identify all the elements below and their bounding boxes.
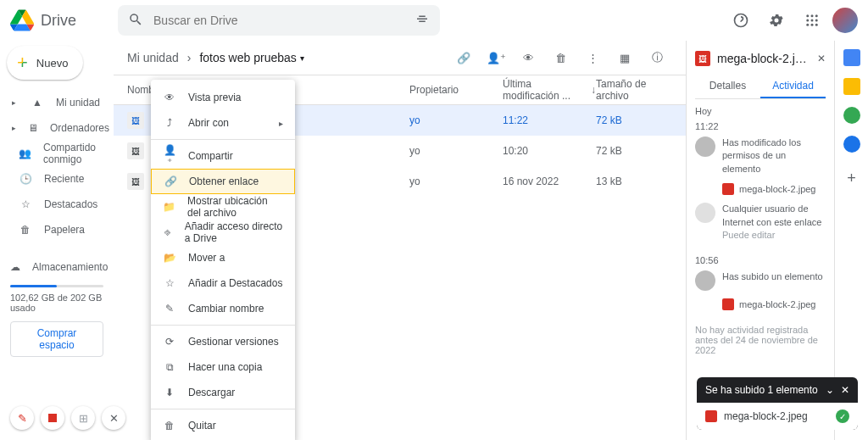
- pencil-icon: ✎: [163, 303, 176, 315]
- folder-icon: 📁: [163, 201, 175, 213]
- rec-close-icon[interactable]: ✕: [102, 406, 125, 430]
- tab-activity[interactable]: Actividad: [760, 75, 826, 98]
- tasks-addon-icon[interactable]: [843, 107, 860, 124]
- rec-grid-icon[interactable]: ⊞: [71, 406, 95, 430]
- people-icon: 👥: [19, 148, 31, 159]
- ctx-make-copy[interactable]: ⧉Hacer una copia: [151, 354, 295, 380]
- share-icon[interactable]: 👤⁺: [481, 42, 511, 73]
- activity-end: No hay actividad registrada antes del 24…: [695, 325, 826, 355]
- shortcut-icon: ⎆: [163, 226, 173, 238]
- file-thumb: 🖼: [127, 112, 144, 129]
- file-modified: 16 nov 2022: [503, 175, 596, 187]
- close-icon[interactable]: ✕: [817, 53, 826, 64]
- breadcrumb: Mi unidad › fotos web pruebas ▾: [127, 51, 304, 64]
- file-size: 72 kB: [596, 114, 672, 126]
- ctx-open-with[interactable]: ⤴Abrir con▸: [151, 110, 295, 136]
- apps-icon[interactable]: [797, 5, 827, 36]
- nav-shared[interactable]: 👥Compartido conmigo: [7, 141, 107, 166]
- settings-icon[interactable]: [761, 5, 792, 36]
- drive-logo[interactable]: Drive: [10, 8, 76, 32]
- chevron-right-icon: ›: [187, 51, 192, 64]
- link-icon[interactable]: 🔗: [448, 42, 479, 73]
- support-icon[interactable]: [726, 5, 756, 36]
- search-bar[interactable]: [118, 5, 440, 36]
- rec-draw-icon[interactable]: ✎: [10, 406, 34, 430]
- search-icon: [128, 12, 143, 30]
- toast-file: mega-block-2.jpeg: [724, 410, 808, 422]
- svg-point-6: [815, 19, 818, 22]
- ctx-rename[interactable]: ✎Cambiar nombre: [151, 296, 295, 321]
- file-modified: 10:20: [503, 145, 596, 157]
- ctx-add-shortcut[interactable]: ⎆Añadir acceso directo a Drive: [151, 220, 295, 245]
- col-owner[interactable]: Propietario: [409, 84, 503, 96]
- ctx-add-starred[interactable]: ☆Añadir a Destacados: [151, 270, 295, 296]
- file-size: 72 kB: [596, 145, 672, 157]
- svg-point-1: [806, 14, 809, 17]
- activity-extra: Cualquier usuario de Internet con este e…: [695, 198, 826, 247]
- cloud-icon: ☁: [10, 261, 20, 273]
- recording-controls: ✎ ⊞ ✕: [10, 406, 125, 430]
- activity-avatar: [695, 270, 715, 291]
- trash-icon: 🗑: [163, 420, 176, 432]
- nav-recent[interactable]: 🕒Reciente: [7, 166, 107, 192]
- activity-day: Hoy: [695, 106, 826, 116]
- svg-point-7: [806, 24, 809, 26]
- image-icon: [705, 410, 717, 422]
- calendar-addon-icon[interactable]: [843, 49, 860, 66]
- svg-point-3: [815, 14, 818, 17]
- breadcrumb-root[interactable]: Mi unidad: [127, 51, 179, 64]
- svg-point-5: [811, 19, 814, 22]
- ctx-move-to[interactable]: 📂Mover a: [151, 245, 295, 270]
- new-button-label: Nuevo: [36, 57, 69, 70]
- activity-time: 10:56: [695, 255, 826, 265]
- nav-my-drive[interactable]: ▸▲Mi unidad: [7, 90, 107, 115]
- col-modified[interactable]: Última modificación ...↓: [503, 78, 596, 102]
- ctx-show-location[interactable]: 📁Mostrar ubicación del archivo: [151, 194, 295, 220]
- activity-file[interactable]: mega-block-2.jpeg: [722, 181, 826, 198]
- contacts-addon-icon[interactable]: [843, 136, 860, 153]
- clock-icon: 🕒: [19, 173, 32, 185]
- details-toggle-icon[interactable]: ⓘ: [642, 42, 672, 73]
- keep-addon-icon[interactable]: [843, 78, 860, 95]
- buy-storage-button[interactable]: Comprar espacio: [10, 321, 103, 357]
- activity-item: Has modificado los permisos de un elemen…: [695, 131, 826, 181]
- ctx-download[interactable]: ⬇Descargar: [151, 380, 295, 405]
- more-icon[interactable]: ⋮: [577, 42, 608, 73]
- ctx-share[interactable]: 👤⁺Compartir: [151, 143, 295, 169]
- file-size: 13 kB: [596, 175, 672, 187]
- chevron-right-icon: ▸: [279, 119, 283, 128]
- file-thumb: 🖼: [127, 173, 144, 190]
- star-icon: ☆: [19, 198, 32, 210]
- delete-icon[interactable]: 🗑: [545, 42, 576, 73]
- nav-computers[interactable]: ▸🖥Ordenadores: [7, 115, 107, 141]
- activity-time: 11:22: [695, 121, 826, 131]
- activity-file[interactable]: mega-block-2.jpeg: [722, 296, 826, 313]
- details-title: mega-block-2.jpeg: [717, 52, 810, 65]
- person-add-icon: 👤⁺: [163, 144, 176, 168]
- tab-details[interactable]: Detalles: [695, 75, 760, 98]
- file-owner: yo: [409, 175, 503, 187]
- search-options-icon[interactable]: [415, 12, 430, 30]
- ctx-remove[interactable]: 🗑Quitar: [151, 413, 295, 438]
- header: Drive: [0, 0, 868, 41]
- chevron-down-icon[interactable]: ⌄: [826, 384, 834, 396]
- search-input[interactable]: [153, 14, 415, 27]
- grid-view-icon[interactable]: ▦: [609, 42, 640, 73]
- nav-storage[interactable]: ☁Almacenamiento: [10, 254, 103, 280]
- ctx-preview[interactable]: 👁Vista previa: [151, 85, 295, 110]
- nav-trash[interactable]: 🗑Papelera: [7, 217, 107, 242]
- close-icon[interactable]: ✕: [841, 384, 849, 396]
- new-button[interactable]: + Nuevo: [7, 46, 83, 80]
- ctx-get-link[interactable]: 🔗Obtener enlace: [151, 169, 295, 194]
- file-modified: 11:22: [503, 114, 596, 126]
- ctx-manage-versions[interactable]: ⟳Gestionar versiones: [151, 329, 295, 354]
- preview-icon[interactable]: 👁: [513, 42, 543, 73]
- plus-icon: +: [17, 52, 28, 74]
- col-size[interactable]: Tamaño de archivo: [596, 78, 672, 102]
- breadcrumb-current[interactable]: fotos web pruebas ▾: [199, 51, 303, 64]
- add-addon-icon[interactable]: +: [847, 170, 856, 187]
- upload-toast: Se ha subido 1 elemento ⌄✕ mega-block-2.…: [697, 377, 858, 430]
- rec-stop-icon[interactable]: [41, 406, 64, 430]
- user-avatar[interactable]: [832, 8, 858, 33]
- nav-starred[interactable]: ☆Destacados: [7, 192, 107, 217]
